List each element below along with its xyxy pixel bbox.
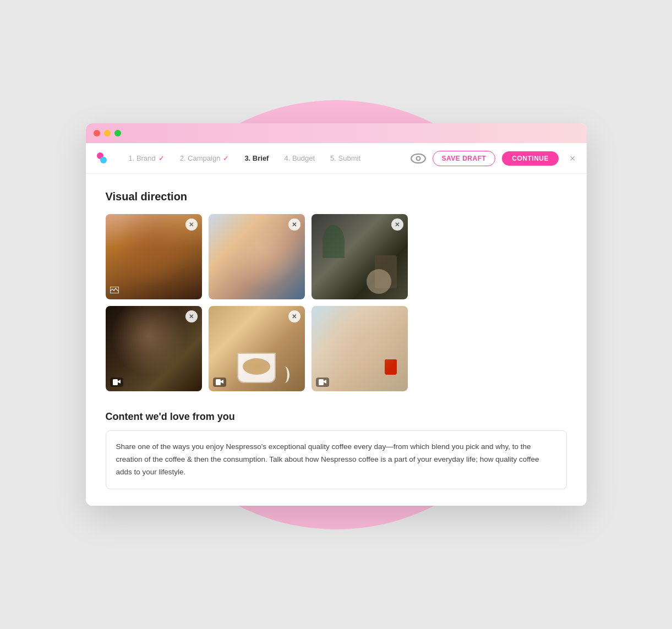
nav-step-brief[interactable]: 3. Brief <box>244 154 269 162</box>
svg-rect-4 <box>216 379 221 385</box>
top-nav: 1. Brand ✓ 2. Campaign ✓ 3. Brief 4. Bud… <box>86 143 587 174</box>
nav-steps: 1. Brand ✓ 2. Campaign ✓ 3. Brief 4. Bud… <box>129 154 411 162</box>
titlebar-dot-green[interactable] <box>114 130 121 136</box>
nav-step-campaign[interactable]: 2. Campaign ✓ <box>180 154 230 162</box>
content-text: Share one of the ways you enjoy Nespress… <box>116 441 556 479</box>
titlebar <box>86 123 587 143</box>
nav-step-submit[interactable]: 5. Submit <box>330 154 360 162</box>
nav-step-submit-label: 5. Submit <box>330 154 360 162</box>
nav-step-brand-label: 1. Brand <box>129 154 156 162</box>
image-card-5: ✕ <box>209 306 305 391</box>
nav-step-campaign-label: 2. Campaign <box>180 154 221 162</box>
image-card-2: ✕ <box>209 214 305 299</box>
image-card-1: ✕ <box>106 214 202 299</box>
preview-icon[interactable] <box>411 153 426 164</box>
titlebar-dot-red[interactable] <box>94 130 100 136</box>
main-content: Visual direction ✕ ✕ ✕ <box>86 174 587 506</box>
nav-step-brief-label: 3. Brief <box>244 154 269 162</box>
continue-button[interactable]: CONTINUE <box>502 151 559 166</box>
remove-image-3-button[interactable]: ✕ <box>391 218 403 231</box>
nav-step-brand[interactable]: 1. Brand ✓ <box>129 154 165 162</box>
image-card-6 <box>312 306 408 391</box>
nav-actions: SAVE DRAFT CONTINUE × <box>411 151 576 166</box>
save-draft-button[interactable]: SAVE DRAFT <box>433 151 496 166</box>
nav-step-budget-label: 4. Budget <box>284 154 315 162</box>
image-card-3: ✕ <box>312 214 408 299</box>
visual-direction-title: Visual direction <box>106 190 567 203</box>
brand-check-icon: ✓ <box>159 154 165 162</box>
image-grid: ✕ ✕ ✕ ✕ <box>106 214 567 391</box>
content-textarea-wrapper: Share one of the ways you enjoy Nespress… <box>106 430 567 489</box>
remove-image-5-button[interactable]: ✕ <box>288 310 301 322</box>
app-window: 1. Brand ✓ 2. Campaign ✓ 3. Brief 4. Bud… <box>86 123 587 506</box>
titlebar-dot-yellow[interactable] <box>104 130 111 136</box>
logo-dot-blue <box>100 157 107 163</box>
content-section-title: Content we'd love from you <box>106 411 567 423</box>
image-card-4: ✕ <box>106 306 202 391</box>
svg-point-0 <box>411 154 425 162</box>
logo <box>97 152 109 165</box>
svg-point-1 <box>416 156 420 160</box>
close-button[interactable]: × <box>570 154 576 163</box>
nav-step-budget[interactable]: 4. Budget <box>284 154 315 162</box>
video-icon-5 <box>213 378 226 387</box>
campaign-check-icon: ✓ <box>223 154 229 162</box>
